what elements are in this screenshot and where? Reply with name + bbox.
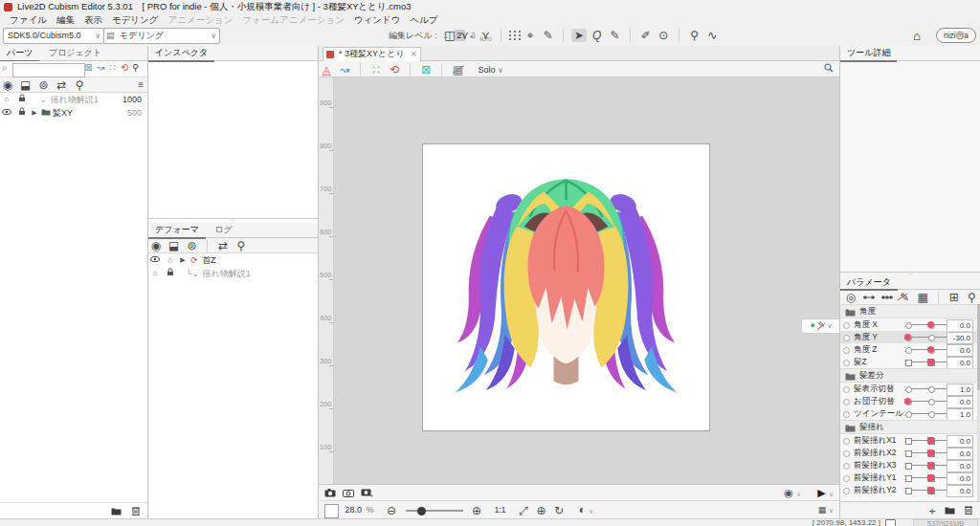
sdk-version-select[interactable]: SDK5.0/Cubism5.0 ∨ bbox=[3, 28, 104, 44]
slider-knob[interactable] bbox=[927, 474, 934, 481]
model-canvas[interactable] bbox=[422, 143, 710, 431]
eye-icon[interactable]: ◉ bbox=[148, 239, 164, 253]
menu-icon[interactable]: ≡ bbox=[138, 77, 144, 92]
swap-icon[interactable]: ⇄ bbox=[215, 239, 231, 253]
grid-settings-icon[interactable]: ▦ ∨ bbox=[818, 501, 834, 519]
home-icon[interactable]: ⌂ bbox=[913, 29, 921, 43]
new-folder-icon[interactable] bbox=[109, 504, 124, 519]
parameter-row[interactable]: ツインテール切替:1.0 bbox=[840, 407, 977, 420]
parameter-value[interactable]: -30.0 bbox=[947, 332, 973, 344]
parameter-row[interactable]: 前髪揺れX1:0.0 bbox=[840, 434, 977, 447]
four-square-icon[interactable]: ∷ bbox=[368, 62, 384, 77]
deselect-box-icon[interactable]: ⊠ bbox=[418, 62, 434, 77]
lock-icon[interactable]: ⬓ bbox=[167, 239, 182, 253]
tab-project[interactable]: プロジェクト bbox=[42, 46, 108, 60]
mesh-grid-icon[interactable] bbox=[509, 31, 521, 40]
add-parameter-icon[interactable]: ＋ bbox=[924, 503, 940, 519]
tree-row-yuremono-deformer[interactable]: ○ └⌄ 揺れ物解説1 bbox=[148, 267, 318, 280]
tab-parameter[interactable]: パラメータ bbox=[840, 276, 898, 291]
brush-tool-icon[interactable]: ✎ bbox=[607, 29, 622, 42]
glue-pin-icon[interactable]: ⋎⚬ bbox=[460, 29, 476, 42]
visibility-toggle[interactable]: ○ bbox=[0, 93, 13, 106]
parameter-row[interactable]: 角度 X:0.0 bbox=[840, 318, 977, 331]
parameter-group-row[interactable]: 髪揺れ bbox=[840, 420, 977, 434]
parameter-edit-widget[interactable]: ● ✎ ∨ bbox=[801, 318, 839, 334]
swap-icon[interactable]: ⇄ bbox=[54, 78, 69, 93]
pin-icon[interactable]: ⚲ bbox=[234, 239, 249, 253]
canvas-tab[interactable]: * 3種髪XYととり ✕ bbox=[323, 47, 421, 61]
tab-parts[interactable]: パーツ bbox=[0, 46, 39, 62]
grid-icon[interactable]: ⊞ bbox=[947, 290, 962, 305]
model-viewport[interactable]: 900800700600500400300200100 bbox=[319, 77, 839, 484]
expand-all-icon[interactable]: ⊚ bbox=[185, 239, 200, 253]
slider-knob[interactable] bbox=[927, 462, 934, 469]
child-caret-icon[interactable]: └⌄ bbox=[185, 267, 200, 280]
parameter-row[interactable]: 髪Z:0.0 bbox=[840, 356, 977, 368]
menu-item[interactable]: 表示 bbox=[84, 14, 102, 25]
parameter-row[interactable]: 前髪揺れY2:0.0 bbox=[840, 484, 977, 496]
parameter-value[interactable]: 0.0 bbox=[947, 472, 973, 485]
parameter-value[interactable]: 0.0 bbox=[947, 344, 973, 357]
tree-row-hairxy[interactable]: ▶ 髪XY 500 bbox=[0, 106, 147, 120]
parameter-row[interactable]: 髪表示切替:1.0 bbox=[840, 383, 977, 395]
magnifier-icon[interactable] bbox=[824, 61, 834, 77]
slider-knob[interactable] bbox=[927, 437, 934, 444]
menu-item[interactable]: ヘルプ bbox=[411, 14, 438, 25]
default-value-icon[interactable]: ◎ bbox=[843, 290, 858, 305]
zoom-in-icon[interactable]: ⊕ bbox=[469, 502, 484, 520]
arrow-tool-icon[interactable]: ➤ bbox=[571, 29, 587, 42]
curve-tool-icon[interactable]: ∿ bbox=[704, 29, 720, 42]
chevron-down-icon[interactable]: ∨ bbox=[827, 322, 832, 329]
parameter-value[interactable]: 0.0 bbox=[947, 435, 973, 448]
tab-tool-detail[interactable]: ツール詳細 bbox=[840, 46, 897, 62]
eye-icon[interactable] bbox=[0, 106, 13, 120]
deformer-curve-icon[interactable]: ↝ bbox=[337, 62, 352, 77]
parameter-value[interactable]: 0.0 bbox=[947, 357, 973, 369]
tree-row-neck-z[interactable]: ○ ▶ ⟳ 首Z bbox=[148, 253, 318, 267]
rotate-reset-icon[interactable]: ↻ bbox=[551, 502, 567, 520]
slider-knob[interactable] bbox=[927, 321, 934, 328]
glue-tool-icon[interactable]: ✐ bbox=[638, 29, 654, 42]
parameter-row[interactable]: 角度 Y:-30.0 bbox=[840, 331, 977, 343]
auto-mesh-icon[interactable]: ⋎AUTO bbox=[478, 29, 493, 42]
eye-icon[interactable]: ◉ bbox=[0, 78, 15, 93]
model-parts-icon[interactable]: ◫ bbox=[442, 29, 457, 42]
parameter-value[interactable]: 0.0 bbox=[947, 319, 973, 332]
view-toggle-icon[interactable]: ◐ ∨ bbox=[579, 501, 594, 520]
delete-key-icon[interactable]: ✎ bbox=[897, 290, 912, 305]
trash-icon[interactable] bbox=[128, 504, 144, 519]
parts-search-input[interactable] bbox=[12, 63, 85, 77]
lock-icon[interactable] bbox=[165, 267, 177, 280]
parameter-value[interactable]: 0.0 bbox=[947, 485, 973, 497]
tab-inspector[interactable]: インスペクタ bbox=[148, 46, 214, 62]
parameter-value[interactable]: 0.0 bbox=[947, 448, 973, 460]
pin-icon[interactable]: ⚲ bbox=[132, 62, 139, 73]
draw-order-value[interactable]: 1000 bbox=[122, 93, 142, 106]
parameter-row[interactable]: 前髪揺れY1:0.0 bbox=[840, 471, 977, 484]
add-key-icon[interactable]: ● bbox=[810, 320, 814, 330]
background-color-swatch[interactable] bbox=[324, 504, 339, 518]
deform-path-icon[interactable]: ⊙ bbox=[656, 29, 671, 42]
tab-deformer[interactable]: デフォーマ bbox=[148, 223, 206, 239]
lock-toggle[interactable]: ○ bbox=[165, 253, 177, 267]
pin-icon[interactable]: ⚲ bbox=[72, 78, 87, 93]
table-icon[interactable]: ▦ bbox=[915, 290, 930, 305]
lock-icon[interactable] bbox=[16, 93, 29, 106]
deselect-icon[interactable]: ⊠ bbox=[84, 62, 92, 73]
slider-knob[interactable] bbox=[904, 398, 911, 405]
parameter-row[interactable]: 角度 Z:0.0 bbox=[840, 343, 977, 356]
parameter-group-row[interactable]: 角度 bbox=[840, 304, 977, 318]
parameter-row[interactable]: お団子切替:0.0 bbox=[840, 395, 977, 407]
tab-log[interactable]: ログ bbox=[208, 223, 238, 237]
parameter-value[interactable]: 1.0 bbox=[947, 384, 973, 396]
menu-item[interactable]: モデリング bbox=[112, 14, 159, 25]
trash-icon[interactable] bbox=[961, 503, 976, 519]
nizima-button[interactable]: niziⓜa bbox=[936, 28, 976, 43]
lock-icon[interactable]: ⬓ bbox=[18, 78, 33, 93]
new-folder-icon[interactable] bbox=[943, 503, 958, 519]
tree-row-yuremono[interactable]: ○ ⌄ 揺れ物解説1 1000 bbox=[0, 93, 147, 106]
parameter-row[interactable]: 前髪揺れX2:0.0 bbox=[840, 447, 977, 459]
solo-dropdown[interactable]: Solo ∨ bbox=[479, 65, 503, 75]
parameter-value[interactable]: 0.0 bbox=[947, 396, 973, 408]
zoom-slider[interactable] bbox=[406, 510, 463, 512]
